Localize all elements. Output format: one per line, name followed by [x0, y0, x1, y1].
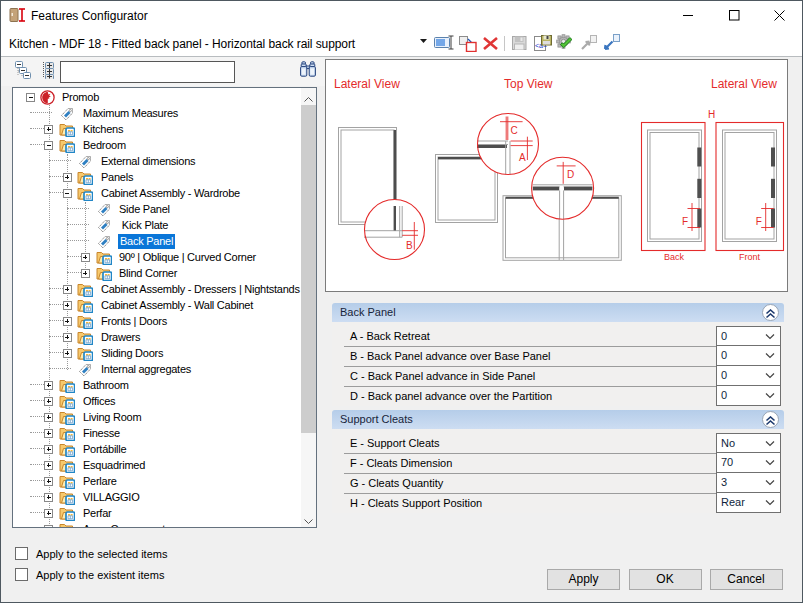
svg-text:B: B [406, 240, 413, 251]
svg-text:Front: Front [739, 252, 761, 262]
svg-text:F: F [756, 216, 762, 227]
svg-text:Back: Back [664, 252, 685, 262]
svg-text:C: C [511, 125, 518, 136]
svg-text:Top View: Top View [504, 77, 553, 91]
svg-text:F: F [682, 216, 688, 227]
svg-text:Lateral View: Lateral View [711, 77, 777, 91]
svg-text:D: D [567, 169, 574, 180]
svg-text:Lateral View: Lateral View [334, 77, 400, 91]
svg-text:A: A [519, 152, 526, 163]
svg-text:H: H [708, 109, 715, 120]
